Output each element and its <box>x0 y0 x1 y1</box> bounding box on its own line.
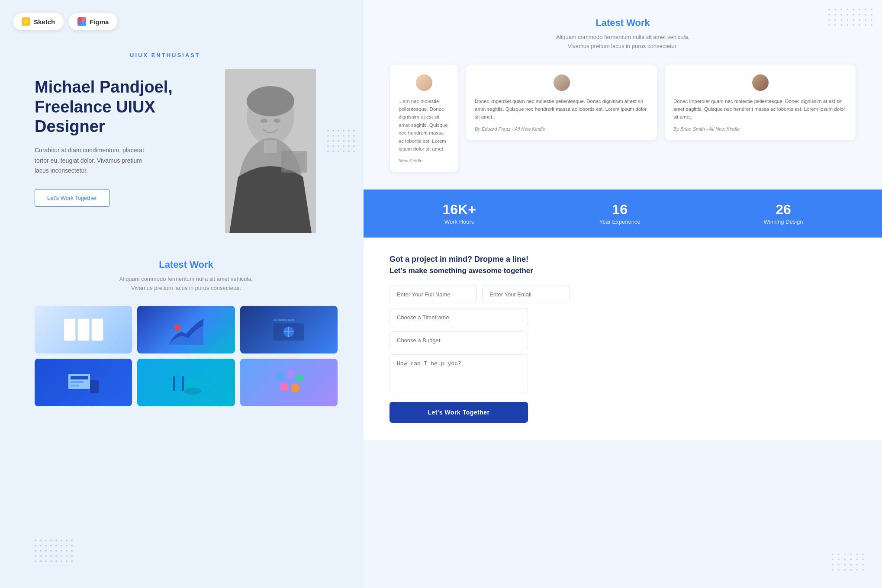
latest-work-right: Latest Work Aliquam commodo fermentum nu… <box>364 0 882 190</box>
testimonial-author-0: New Kindle <box>399 158 450 163</box>
testimonials-area: ...am nec molestie pellentesque. Donec d… <box>389 64 856 173</box>
svg-rect-15 <box>283 153 305 170</box>
stat-work-hours-number: 16K+ <box>442 202 476 218</box>
hero-text: Michael Pandjoel, Freelance UIUX Designe… <box>35 69 203 207</box>
latest-work-left: Latest Work Aliquam commodo fermentum nu… <box>35 259 338 406</box>
testimonial-author-2: By Brian Smith - All New Kindle <box>673 126 847 132</box>
svg-point-6 <box>82 21 85 24</box>
hero-name: Michael Pandjoel, Freelance UIUX Designe… <box>35 77 203 137</box>
svg-rect-2 <box>79 18 82 21</box>
contact-title: Got a project in mind? Dropme a line! <box>389 255 856 264</box>
hero-image-area <box>216 69 338 233</box>
hero-portrait <box>225 69 316 233</box>
submit-button[interactable]: Let's Work Together <box>389 402 528 423</box>
testimonial-card-2: Donec imperdiet quam nec molestie pellen… <box>664 64 856 141</box>
email-input[interactable] <box>482 286 570 303</box>
latest-work-title-right: Latest Work <box>389 17 856 29</box>
svg-point-13 <box>274 119 280 123</box>
svg-rect-22 <box>71 381 84 383</box>
stat-year-number: 16 <box>599 202 641 218</box>
svg-rect-4 <box>79 21 82 24</box>
stat-work-hours: 16K+ Work Hours <box>442 202 476 225</box>
figma-icon <box>77 17 86 26</box>
work-item-1[interactable] <box>35 306 132 353</box>
stat-winning-label: Winning Design <box>764 218 803 225</box>
svg-point-16 <box>174 324 181 331</box>
message-textarea[interactable] <box>389 354 528 393</box>
svg-rect-3 <box>82 18 85 21</box>
sketch-icon <box>22 17 30 26</box>
hero-description: Curabitur at diam condimentum, placerat … <box>35 145 147 176</box>
full-name-input[interactable] <box>389 286 477 303</box>
latest-work-subtitle-left: Aliquam commodo fermentum nulla sit amet… <box>35 275 338 293</box>
tool-buttons: Sketch Figma <box>13 13 117 30</box>
figma-label: Figma <box>90 18 109 26</box>
work-item-5[interactable] <box>137 359 235 406</box>
right-panel: Latest Work Aliquam commodo fermentum nu… <box>364 0 882 588</box>
dots-right <box>327 130 355 152</box>
hero-panel: UIUX ENTHUSIAST Michael Pandjoel, Freela… <box>0 0 364 588</box>
latest-work-subtitle-right: Aliquam commodo fermentum nulla sit amet… <box>389 33 856 51</box>
work-item-6[interactable] <box>240 359 338 406</box>
figma-button[interactable]: Figma <box>69 13 117 30</box>
right-top-dots <box>828 9 873 26</box>
work-grid: BLOCKCHAIN <box>35 306 338 406</box>
svg-point-33 <box>291 384 299 392</box>
contact-form: Let's Work Together <box>389 286 528 423</box>
stat-work-hours-label: Work Hours <box>444 218 474 225</box>
work-item-2[interactable] <box>137 306 235 353</box>
svg-point-12 <box>261 119 267 123</box>
avatar-2 <box>751 73 770 92</box>
timeframe-input[interactable] <box>389 308 528 326</box>
testimonial-text-0: ...am nec molestie pellentesque. Donec d… <box>399 97 450 153</box>
hero-label: UIUX ENTHUSIAST <box>130 52 338 58</box>
hero-content: Michael Pandjoel, Freelance UIUX Designe… <box>35 69 338 233</box>
svg-point-32 <box>280 382 289 391</box>
svg-point-28 <box>184 388 201 395</box>
svg-rect-11 <box>264 140 277 153</box>
budget-input[interactable] <box>389 331 528 349</box>
testimonial-author-1: By Eduard Franz - All New Kindle <box>475 126 648 132</box>
form-row-name-email <box>389 286 528 303</box>
stat-winning-number: 26 <box>764 202 803 218</box>
hero-cta-button[interactable]: Let's Work Together <box>35 189 109 207</box>
latest-work-title-left: Latest Work <box>35 259 338 270</box>
contact-subtitle: Let's make something awesome together <box>389 267 856 275</box>
testimonial-text-1: Donec imperdiet quam nec molestie pellen… <box>475 97 648 121</box>
svg-rect-5 <box>79 24 82 26</box>
testimonial-text-2: Donec imperdiet quam nec molestie pellen… <box>673 97 847 121</box>
testimonial-card-0: ...am nec molestie pellentesque. Donec d… <box>389 64 459 173</box>
svg-point-29 <box>276 372 284 380</box>
svg-rect-26 <box>175 372 182 392</box>
svg-text:BLOCKCHAIN: BLOCKCHAIN <box>274 318 294 321</box>
svg-rect-23 <box>71 385 79 386</box>
stat-year-label: Year Experience <box>599 218 641 225</box>
svg-rect-21 <box>71 376 88 379</box>
sketch-label: Sketch <box>34 18 55 26</box>
work-item-3[interactable]: BLOCKCHAIN <box>240 306 338 353</box>
stats-bar: 16K+ Work Hours 16 Year Experience 26 Wi… <box>364 190 882 238</box>
stat-winning-design: 26 Winning Design <box>764 202 803 225</box>
contact-section: Got a project in mind? Dropme a line! Le… <box>364 238 882 440</box>
svg-point-9 <box>247 86 294 116</box>
testimonial-card-1: Donec imperdiet quam nec molestie pellen… <box>466 64 657 141</box>
sketch-button[interactable]: Sketch <box>13 13 64 30</box>
svg-rect-24 <box>90 380 99 393</box>
avatar-1 <box>552 73 571 92</box>
right-bottom-dots <box>832 553 865 571</box>
svg-point-30 <box>286 370 295 378</box>
work-item-4[interactable] <box>35 359 132 406</box>
svg-point-31 <box>296 375 303 382</box>
dots-bottom <box>35 540 73 562</box>
avatar-0 <box>415 73 434 92</box>
stat-year-experience: 16 Year Experience <box>599 202 641 225</box>
